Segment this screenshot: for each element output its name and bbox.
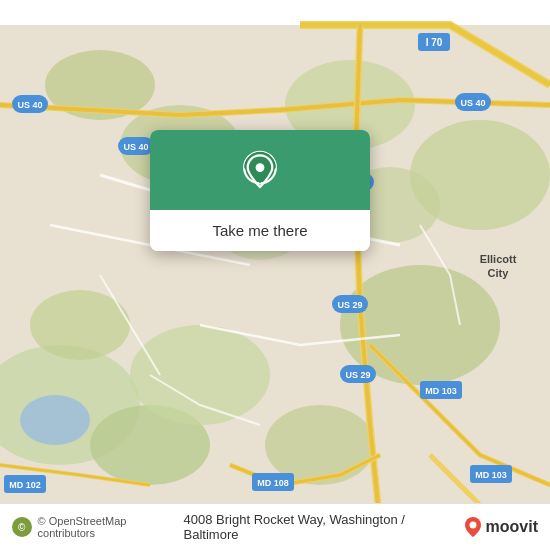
svg-text:US 40: US 40 [17,100,42,110]
svg-text:MD 102: MD 102 [9,480,41,490]
osm-text: © OpenStreetMap contributors [38,515,184,539]
bottom-bar: © © OpenStreetMap contributors 4008 Brig… [0,503,550,550]
svg-text:MD 108: MD 108 [257,478,289,488]
moovit-logo: moovit [464,516,538,538]
popup-green-area [150,130,370,210]
address-text: 4008 Bright Rocket Way, Washington / Bal… [184,512,456,542]
osm-icon: © [12,517,32,537]
svg-text:I 70: I 70 [426,37,443,48]
svg-text:MD 103: MD 103 [425,386,457,396]
svg-point-42 [469,522,476,529]
svg-text:US 29: US 29 [345,370,370,380]
map-background: I 70 US 40 US 40 US 40 US 29 US 29 US 29… [0,0,550,550]
svg-text:US 40: US 40 [460,98,485,108]
moovit-brand-text: moovit [486,518,538,536]
svg-text:City: City [488,267,510,279]
bottom-bar-content: © © OpenStreetMap contributors 4008 Brig… [12,512,538,542]
svg-point-13 [20,395,90,445]
take-me-there-button[interactable]: Take me there [150,210,370,251]
svg-text:Ellicott: Ellicott [480,253,517,265]
svg-text:US 29: US 29 [337,300,362,310]
map-container: I 70 US 40 US 40 US 40 US 29 US 29 US 29… [0,0,550,550]
location-pin-icon [238,150,282,194]
svg-point-41 [256,163,265,172]
svg-text:US 40: US 40 [123,142,148,152]
moovit-pin-icon [464,516,482,538]
address-moovit-area: 4008 Bright Rocket Way, Washington / Bal… [184,512,538,542]
osm-attribution: © © OpenStreetMap contributors [12,515,184,539]
svg-text:MD 103: MD 103 [475,470,507,480]
popup-card: Take me there [150,130,370,251]
